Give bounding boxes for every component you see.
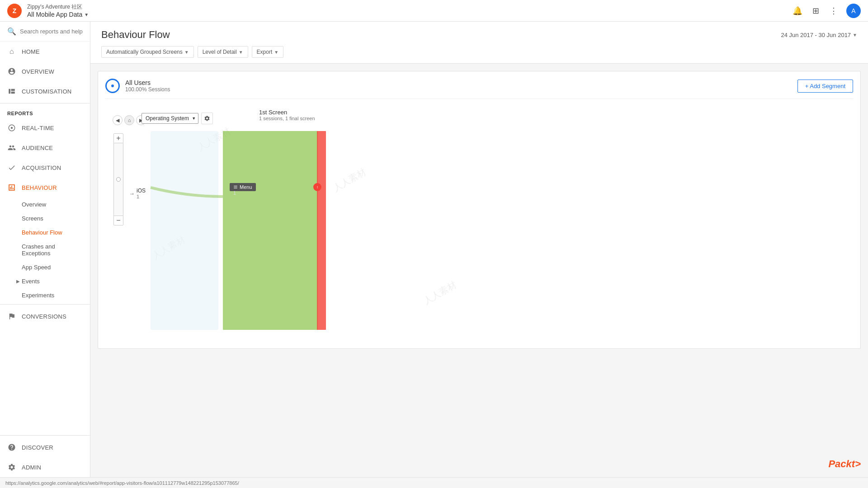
svg-rect-6 (234, 186, 237, 186)
sidebar-sub-behaviour-flow[interactable]: Behaviour Flow (0, 225, 90, 239)
sidebar-item-customisation[interactable]: CUSTOMISATION (0, 81, 90, 101)
watermark-overlay: 人人素材 人人素材 人人素材 人人素材 (105, 106, 853, 341)
realtime-label: REAL-TIME (22, 125, 54, 131)
svg-rect-3 (151, 131, 218, 330)
divider-1 (0, 103, 90, 103)
svg-rect-5 (317, 131, 326, 330)
status-url: https://analytics.google.com/analytics/w… (5, 480, 239, 486)
zoom-handle (116, 177, 121, 182)
segment-info: All Users 100.00% Sessions (125, 79, 792, 93)
sidebar-sub-experiments[interactable]: Experiments (0, 288, 90, 302)
more-options-icon[interactable]: ⋮ (828, 5, 839, 16)
nav-home-button[interactable]: ⌂ (124, 115, 134, 125)
sidebar-item-admin[interactable]: ADMIN (0, 457, 90, 477)
topbar: Z Zippy's Adventure 社区 All Mobile App Da… (0, 0, 868, 22)
svg-rect-7 (234, 187, 237, 188)
search-icon: 🔍 (7, 27, 16, 36)
reports-section-label: Reports (0, 105, 90, 118)
title-row: Behaviour Flow 24 Jun 2017 - 30 Jun 2017… (101, 29, 857, 41)
sidebar-sub-app-speed[interactable]: App Speed (0, 260, 90, 274)
os-dropdown-arrow: ▼ (192, 116, 196, 121)
avatar[interactable]: A (846, 4, 861, 18)
acquisition-label: ACQUISITION (22, 164, 61, 171)
property-name: All Mobile App Data (27, 11, 82, 18)
property-dropdown-arrow: ▼ (84, 12, 89, 17)
divider-2 (0, 304, 90, 305)
admin-icon (7, 463, 16, 472)
audience-icon (7, 143, 16, 152)
svg-point-1 (11, 127, 13, 129)
admin-label: ADMIN (22, 464, 41, 471)
apps-icon[interactable]: ⊞ (810, 5, 821, 16)
app-name-label: Zippy's Adventure 社区 (27, 3, 787, 11)
sidebar-sub-overview[interactable]: Overview (0, 197, 90, 211)
segment-circle (105, 79, 120, 93)
events-label: Events (22, 278, 40, 285)
ios-node: → iOS 1 (129, 188, 146, 199)
segment-bar: All Users 100.00% Sessions + Add Segment (105, 79, 853, 99)
sidebar-search[interactable]: 🔍 Search reports and help (0, 22, 90, 42)
zoom-out-button[interactable]: − (113, 216, 123, 225)
flow-svg (105, 106, 853, 341)
main-content: Behaviour Flow 24 Jun 2017 - 30 Jun 2017… (90, 22, 868, 477)
date-range-text: 24 Jun 2017 - 30 Jun 2017 (781, 32, 851, 38)
content-area: All Users 100.00% Sessions + Add Segment… (90, 64, 868, 477)
layout: 🔍 Search reports and help ⌂ HOME OVERVIE… (0, 22, 868, 477)
grouped-screens-label: Automatically Grouped Screens (106, 49, 183, 55)
discover-icon (7, 443, 16, 452)
settings-icon (204, 115, 210, 122)
menu-node-label: Menu (240, 184, 252, 190)
sidebar: 🔍 Search reports and help ⌂ HOME OVERVIE… (0, 22, 90, 477)
segment-sessions: 100.00% Sessions (125, 86, 792, 93)
flow-container: All Users 100.00% Sessions + Add Segment… (98, 71, 861, 349)
conversions-icon (7, 312, 16, 321)
notifications-icon[interactable]: 🔔 (792, 5, 803, 16)
nav-prev-button[interactable]: ◀ (113, 115, 123, 125)
os-settings-button[interactable] (201, 113, 213, 124)
acquisition-icon (7, 163, 16, 172)
ios-count: 1 (137, 194, 146, 199)
sidebar-item-audience[interactable]: AUDIENCE (0, 138, 90, 158)
zoom-in-button[interactable]: + (113, 133, 123, 143)
home-label: HOME (22, 48, 40, 55)
sidebar-sub-crashes[interactable]: Crashes and Exceptions (0, 239, 90, 260)
audience-label: AUDIENCE (22, 145, 53, 151)
customisation-label: CUSTOMISATION (22, 88, 72, 95)
sidebar-item-overview[interactable]: OVERVIEW (0, 61, 90, 81)
segment-icon (109, 83, 116, 89)
ios-label: iOS (137, 188, 146, 194)
add-segment-button[interactable]: + Add Segment (797, 80, 853, 93)
app-logo: Z (7, 4, 22, 18)
topbar-icons: 🔔 ⊞ ⋮ A (792, 4, 861, 18)
level-of-detail-dropdown[interactable]: Level of Detail ▼ (198, 46, 248, 58)
zoom-controls: + − (113, 133, 123, 225)
property-selector[interactable]: All Mobile App Data ▼ (27, 11, 787, 18)
sidebar-item-home[interactable]: ⌂ HOME (0, 42, 90, 61)
grouped-screens-dropdown[interactable]: Automatically Grouped Screens ▼ (101, 46, 194, 58)
behaviour-label: BEHAVIOUR (22, 184, 57, 191)
flow-nav-controls: ◀ ⌂ ▶ (113, 115, 146, 125)
sidebar-item-conversions[interactable]: CONVERSIONS (0, 306, 90, 326)
svg-rect-8 (234, 188, 237, 188)
zoom-slider[interactable] (113, 143, 123, 216)
sidebar-item-acquisition[interactable]: ACQUISITION (0, 158, 90, 178)
main-header: Behaviour Flow 24 Jun 2017 - 30 Jun 2017… (90, 22, 868, 64)
events-expand-icon: ▶ (16, 279, 20, 284)
sidebar-spacer (0, 326, 90, 433)
os-dropdown-label: Operating System (146, 115, 189, 122)
os-dropdown-btn[interactable]: Operating System ▼ (142, 113, 198, 124)
sidebar-sub-events[interactable]: ▶ Events (0, 274, 90, 288)
date-range-selector[interactable]: 24 Jun 2017 - 30 Jun 2017 ▼ (781, 32, 857, 38)
ios-arrow-icon: → (129, 190, 135, 197)
sidebar-sub-screens[interactable]: Screens (0, 211, 90, 225)
sidebar-item-behaviour[interactable]: BEHAVIOUR (0, 178, 90, 197)
svg-point-2 (111, 84, 114, 87)
export-dropdown[interactable]: Export ▼ (252, 46, 284, 58)
sidebar-item-discover[interactable]: DISCOVER (0, 437, 90, 457)
level-of-detail-arrow: ▼ (239, 50, 243, 55)
sidebar-item-realtime[interactable]: REAL-TIME (0, 118, 90, 138)
page-title: Behaviour Flow (101, 29, 170, 41)
exit-indicator: ! (313, 183, 321, 191)
grouped-screens-arrow: ▼ (184, 50, 189, 55)
export-label: Export (257, 49, 273, 55)
